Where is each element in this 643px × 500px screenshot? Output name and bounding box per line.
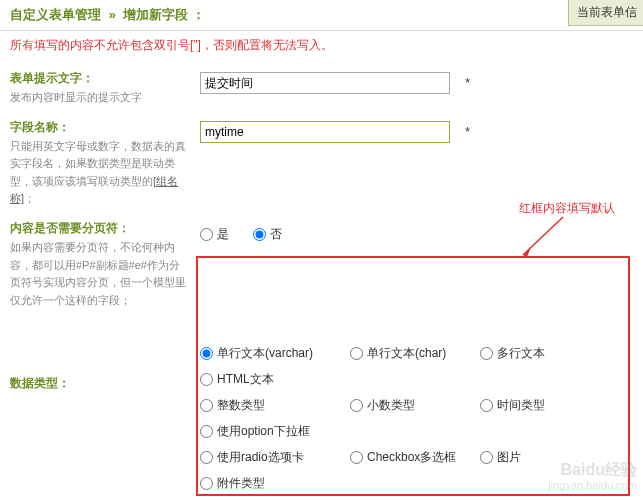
datatype-option[interactable]: 使用option下拉框 [200,423,350,440]
annotation-text: 红框内容填写默认 [519,200,615,217]
datatype-option[interactable]: 单行文本(varchar) [200,345,350,362]
required-star: * [465,76,470,90]
required-star: * [465,125,470,139]
datatype-option[interactable] [350,423,480,440]
current-form-tab[interactable]: 当前表单信 [568,0,643,26]
datatype-option[interactable]: 时间类型 [480,397,590,414]
breadcrumb-sep: » [109,7,116,22]
datatype-option[interactable] [350,371,480,388]
fieldname-input[interactable] [200,121,450,143]
fieldname-label: 字段名称： [10,119,190,136]
datatype-option[interactable]: 多行文本 [480,345,590,362]
datatype-option[interactable] [480,423,590,440]
datatype-option[interactable]: 整数类型 [200,397,350,414]
breadcrumb-current: 增加新字段 [123,7,188,22]
hint-input[interactable] [200,72,450,94]
datatype-label: 数据类型： [10,375,190,392]
datatype-option[interactable]: 小数类型 [350,397,480,414]
datatype-option[interactable]: 附件类型 [200,475,350,492]
warning-text: 所有填写的内容不允许包含双引号["]，否则配置将无法写入。 [0,31,643,64]
datatype-option[interactable]: HTML文本 [200,371,350,388]
datatype-option[interactable]: 使用radio选项卡 [200,449,350,466]
datatype-option[interactable] [480,371,590,388]
fieldname-desc: 只能用英文字母或数字，数据表的真实字段名，如果数据类型是联动类型，该项应该填写联… [10,138,190,208]
header: 自定义表单管理 » 增加新字段 ： [0,0,643,31]
datatype-option[interactable]: 单行文本(char) [350,345,480,362]
breadcrumb-colon: ： [192,7,205,22]
datatype-option[interactable]: Checkbox多选框 [350,449,480,466]
hint-desc: 发布内容时显示的提示文字 [10,89,190,107]
breadcrumb-root[interactable]: 自定义表单管理 [10,7,101,22]
paginate-label: 内容是否需要分页符： [10,220,190,237]
hint-label: 表单提示文字： [10,70,190,87]
paginate-desc: 如果内容需要分页符，不论何种内容，都可以用#P#副标题#e#作为分页符号实现内容… [10,239,190,309]
datatype-option[interactable] [350,475,480,492]
paginate-yes[interactable]: 是 [200,226,229,243]
watermark: Baidu经验 jingyan.baidu.com [548,460,637,492]
paginate-no[interactable]: 否 [253,226,282,243]
